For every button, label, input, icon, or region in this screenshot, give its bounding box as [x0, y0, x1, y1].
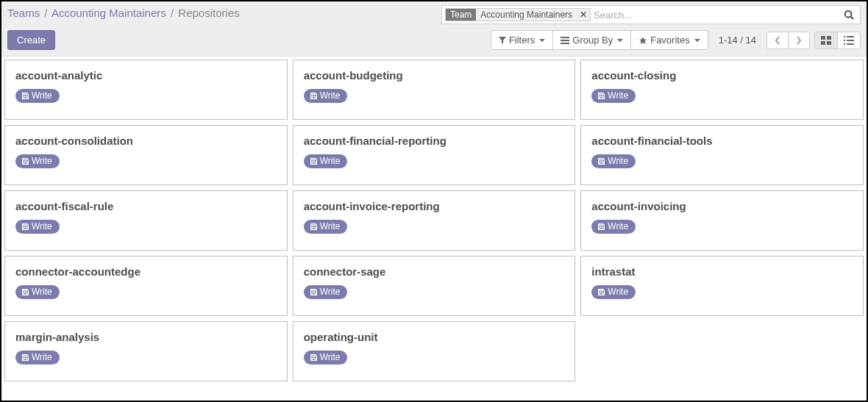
repo-title: account-invoice-reporting [304, 200, 565, 212]
save-icon [310, 92, 318, 100]
repo-card[interactable]: connector-accountedgeWrite [4, 256, 288, 316]
svg-rect-11 [844, 36, 845, 37]
write-button[interactable]: Write [304, 351, 348, 365]
svg-rect-4 [561, 40, 569, 41]
svg-rect-29 [24, 223, 26, 225]
write-label: Write [608, 287, 628, 297]
write-label: Write [320, 221, 341, 231]
repo-card[interactable]: account-fiscal-ruleWrite [4, 190, 288, 251]
filter-icon [499, 37, 506, 44]
breadcrumb-sep: / [44, 7, 47, 19]
save-icon [597, 92, 605, 100]
group-by-button[interactable]: Group By [553, 31, 631, 49]
repo-title: account-closing [591, 69, 853, 82]
view-list-button[interactable] [838, 32, 860, 49]
write-button[interactable]: Write [591, 89, 636, 103]
svg-rect-17 [24, 93, 26, 94]
write-button[interactable]: Write [304, 220, 348, 234]
save-icon [21, 353, 29, 362]
view-kanban-button[interactable] [815, 32, 838, 49]
svg-rect-25 [312, 158, 315, 159]
write-button[interactable]: Write [591, 154, 636, 168]
search-bar[interactable]: Team Accounting Maintainers ✕ [441, 5, 861, 24]
svg-rect-7 [821, 36, 825, 40]
list-icon [561, 37, 569, 44]
svg-rect-43 [312, 354, 315, 356]
svg-rect-44 [312, 358, 316, 360]
repo-card[interactable]: account-consolidationWrite [4, 125, 288, 185]
write-button[interactable]: Write [15, 89, 60, 103]
svg-rect-24 [24, 162, 27, 164]
svg-rect-8 [827, 36, 831, 40]
search-facet: Team Accounting Maintainers ✕ [445, 8, 591, 21]
write-label: Write [32, 352, 52, 362]
write-button[interactable]: Write [15, 220, 60, 234]
svg-rect-32 [312, 227, 316, 229]
repo-card[interactable]: account-financial-toolsWrite [580, 125, 864, 185]
svg-rect-15 [844, 43, 845, 45]
write-button[interactable]: Write [591, 285, 636, 299]
repo-card[interactable]: margin-analysisWrite [4, 321, 288, 381]
write-button[interactable]: Write [304, 285, 348, 299]
favorites-button[interactable]: Favorites [631, 31, 707, 49]
search-button[interactable] [841, 10, 857, 20]
repo-card[interactable]: account-budgetingWrite [293, 60, 576, 120]
repo-card[interactable]: operating-unitWrite [293, 321, 576, 381]
write-button[interactable]: Write [304, 154, 348, 168]
write-label: Write [608, 90, 628, 101]
svg-rect-18 [24, 96, 27, 98]
svg-rect-3 [561, 37, 569, 38]
svg-rect-30 [24, 227, 27, 229]
pager-prev-button[interactable] [767, 32, 789, 49]
repo-card[interactable]: account-invoice-reportingWrite [293, 190, 576, 251]
caret-down-icon [694, 39, 700, 42]
write-label: Write [32, 287, 52, 297]
breadcrumb-team-name[interactable]: Accounting Maintainers [51, 7, 166, 19]
repo-title: account-analytic [15, 69, 277, 82]
write-button[interactable]: Write [15, 351, 60, 365]
pager-next-button[interactable] [789, 32, 809, 49]
repo-card[interactable]: account-analyticWrite [4, 60, 288, 120]
svg-rect-31 [312, 223, 315, 225]
write-label: Write [320, 156, 341, 166]
caret-down-icon [539, 39, 545, 42]
write-button[interactable]: Write [591, 220, 636, 234]
repo-title: connector-accountedge [15, 265, 277, 278]
write-label: Write [320, 287, 341, 297]
filters-button[interactable]: Filters [491, 31, 553, 49]
star-icon [638, 36, 647, 45]
svg-rect-16 [847, 43, 854, 45]
repo-card[interactable]: connector-sageWrite [293, 256, 576, 316]
repo-card[interactable]: account-financial-reportingWrite [293, 125, 576, 185]
save-icon [310, 353, 318, 362]
write-label: Write [32, 221, 52, 231]
repo-title: account-fiscal-rule [15, 200, 277, 212]
svg-marker-2 [499, 37, 506, 44]
repo-card[interactable]: account-closingWrite [580, 60, 864, 120]
write-label: Write [320, 352, 341, 362]
search-facet-remove[interactable]: ✕ [577, 10, 590, 20]
kanban-grid: account-analyticWriteaccount-budgetingWr… [1, 57, 867, 384]
svg-rect-5 [561, 43, 569, 44]
create-button[interactable]: Create [7, 30, 55, 50]
write-button[interactable]: Write [15, 285, 60, 299]
svg-rect-26 [312, 162, 316, 164]
svg-rect-19 [312, 93, 315, 94]
write-label: Write [608, 221, 628, 231]
search-input[interactable] [594, 10, 841, 21]
write-button[interactable]: Write [304, 89, 348, 103]
repo-title: intrastat [591, 265, 853, 278]
write-button[interactable]: Write [15, 154, 60, 168]
repo-card[interactable]: intrastatWrite [580, 256, 864, 316]
breadcrumb-teams[interactable]: Teams [7, 7, 40, 19]
svg-rect-36 [24, 292, 27, 295]
group-by-label: Group By [572, 35, 613, 46]
save-icon [310, 288, 318, 296]
repo-title: account-consolidation [15, 134, 277, 147]
svg-rect-22 [600, 96, 603, 98]
repo-card[interactable]: account-invoicingWrite [580, 190, 864, 251]
svg-rect-37 [312, 289, 315, 290]
svg-rect-13 [844, 40, 845, 41]
svg-rect-39 [600, 289, 602, 290]
save-icon [21, 92, 29, 100]
